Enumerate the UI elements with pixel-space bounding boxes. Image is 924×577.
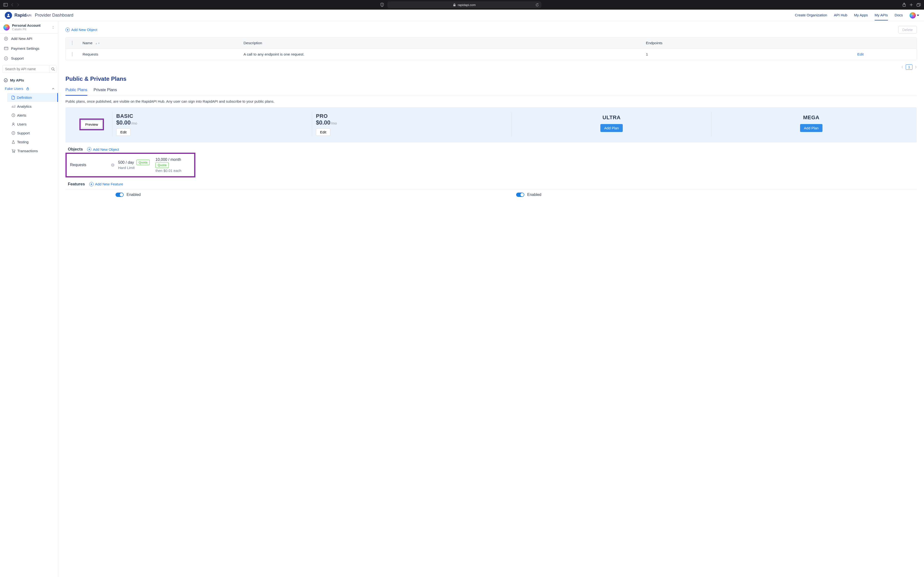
objects-section-label: Objects: [68, 147, 83, 152]
account-switcher[interactable]: Personal Account Catalin Pit: [0, 21, 58, 34]
search-input[interactable]: [2, 65, 50, 73]
reload-icon[interactable]: [535, 3, 539, 7]
pager-prev-icon[interactable]: [901, 66, 903, 69]
table-header-row: Name ▲▼ Description Endpoints: [66, 37, 916, 48]
sidebar-item-alerts[interactable]: Alerts: [7, 111, 58, 120]
sidebar-item-label: Users: [17, 122, 26, 126]
nav-my-apis[interactable]: My APIs: [875, 10, 888, 21]
nav-create-organization[interactable]: Create Organization: [795, 10, 827, 21]
row-description: A call to any endpoint is one request.: [244, 52, 646, 56]
sidebar-item-label: Alerts: [17, 113, 26, 117]
object-basic-cell: 500 / day Quota Hard Limit: [118, 160, 155, 171]
tab-public-plans[interactable]: Public Plans: [65, 85, 87, 96]
plan-col-ultra: ULTRA Add Plan: [512, 112, 711, 137]
svg-rect-8: [917, 4, 919, 6]
pager-page-number[interactable]: 1: [906, 64, 913, 70]
nav-my-apps[interactable]: My Apps: [854, 10, 868, 21]
col-endpoints: Endpoints: [646, 41, 807, 45]
plan-edit-button[interactable]: Edit: [116, 128, 131, 136]
plan-name: MEGA: [716, 114, 907, 121]
url-text: rapidapi.com: [458, 3, 475, 7]
logo-badge-icon: [5, 12, 12, 19]
nav-docs[interactable]: Docs: [895, 10, 903, 21]
svg-marker-17: [5, 58, 7, 59]
preview-button[interactable]: Preview: [81, 121, 102, 128]
plan-edit-button[interactable]: Edit: [316, 128, 330, 136]
compass-icon: [11, 131, 15, 135]
sidebar-api-fake-users[interactable]: Fake Users: [0, 84, 58, 93]
share-icon[interactable]: [902, 3, 906, 7]
card-icon: [4, 47, 8, 50]
sidebar-item-testing[interactable]: Testing: [7, 137, 58, 147]
nav-api-hub[interactable]: API Hub: [834, 10, 847, 21]
sidebar-add-new-api[interactable]: Add New API: [0, 34, 58, 44]
sidebar: Personal Account Catalin Pit Add New API…: [0, 21, 58, 577]
select-all-checkbox[interactable]: [72, 40, 73, 45]
svg-point-18: [52, 68, 54, 70]
sidebar-support[interactable]: Support: [0, 53, 58, 63]
object-pro-cell: 10,000 / month Quota then $0.01 each: [155, 157, 193, 173]
feature-toggle-basic[interactable]: [115, 193, 124, 197]
plus-circle-icon: +: [65, 27, 70, 32]
svg-line-19: [54, 70, 55, 71]
top-nav: Create Organization API Hub My Apps My A…: [795, 10, 919, 21]
sidebar-toggle-icon[interactable]: [3, 3, 8, 6]
add-new-object-inline-button[interactable]: + Add New Object: [87, 147, 119, 152]
sidebar-item-transactions[interactable]: Transactions: [7, 147, 58, 155]
pager-next-icon[interactable]: [915, 66, 917, 69]
search-button[interactable]: [50, 65, 57, 73]
sidebar-payment-settings[interactable]: Payment Settings: [0, 44, 58, 53]
info-icon[interactable]: [111, 163, 118, 167]
account-subtitle: Catalin Pit: [12, 27, 49, 31]
svg-point-34: [112, 164, 113, 164]
svg-rect-35: [113, 165, 113, 166]
svg-point-27: [13, 123, 14, 124]
feature-toggle-pro[interactable]: [516, 193, 524, 197]
lock-icon: [453, 3, 456, 6]
document-icon: [11, 96, 15, 100]
add-plan-button[interactable]: Add Plan: [600, 124, 623, 132]
sort-icon[interactable]: ▲▼: [95, 42, 100, 45]
row-name: Requests: [82, 52, 244, 56]
lock-icon: [26, 87, 29, 90]
user-icon: [11, 122, 15, 126]
row-checkbox[interactable]: [72, 52, 73, 56]
sidebar-item-definition[interactable]: Definition: [7, 93, 58, 102]
add-plan-button[interactable]: Add Plan: [800, 124, 822, 132]
row-endpoints: 1: [646, 52, 807, 56]
add-new-feature-button[interactable]: + Add New Feature: [89, 182, 123, 186]
row-edit-link[interactable]: Edit: [857, 52, 864, 56]
avatar[interactable]: [909, 12, 916, 19]
features-section-label: Features: [68, 182, 85, 187]
delete-button[interactable]: Delete: [898, 26, 917, 34]
svg-rect-3: [453, 5, 456, 6]
add-new-object-button[interactable]: + Add New Object: [65, 27, 97, 32]
nav-back-icon[interactable]: [11, 3, 13, 6]
plus-circle-icon: [4, 37, 8, 40]
sidebar-item-analytics[interactable]: Analytics: [7, 102, 58, 111]
new-tab-icon[interactable]: [909, 3, 913, 7]
preview-highlight-box: Preview: [79, 119, 104, 130]
page-title: Provider Dashboard: [35, 13, 73, 18]
sidebar-item-support-sub[interactable]: Support: [7, 129, 58, 137]
plan-name: BASIC: [116, 113, 308, 119]
privacy-shield-icon[interactable]: [380, 3, 384, 7]
logo-text: RapidAPI: [15, 13, 32, 18]
avatar-chevron-icon[interactable]: [917, 15, 919, 16]
sidebar-item-users[interactable]: Users: [7, 120, 58, 129]
plus-circle-icon: +: [87, 147, 91, 152]
url-field[interactable]: rapidapi.com: [388, 2, 541, 8]
logo[interactable]: RapidAPI: [5, 12, 32, 19]
nav-forward-icon[interactable]: [17, 3, 19, 6]
sidebar-item-label: Support: [11, 56, 24, 60]
tab-private-plans[interactable]: Private Plans: [94, 85, 117, 96]
app-header: RapidAPI Provider Dashboard Create Organ…: [0, 10, 924, 21]
objects-table: Name ▲▼ Description Endpoints Requests A…: [65, 37, 917, 60]
plus-circle-icon: +: [89, 182, 94, 186]
sidebar-section-my-apis: My APIs: [0, 75, 58, 84]
tabs-overview-icon[interactable]: [916, 3, 921, 7]
svg-point-9: [8, 14, 9, 15]
account-avatar: [3, 24, 10, 31]
plan-col-basic: BASIC $0.00/mo Edit: [112, 112, 312, 137]
chevron-up-icon: [52, 88, 55, 90]
